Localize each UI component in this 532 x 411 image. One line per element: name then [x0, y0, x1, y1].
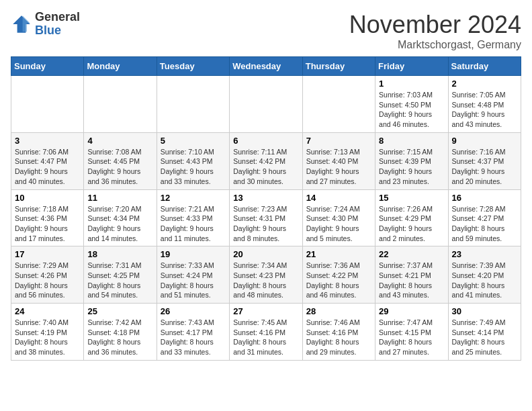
calendar-cell: 20Sunrise: 7:34 AMSunset: 4:23 PMDayligh…	[230, 246, 302, 304]
day-number: 9	[452, 136, 517, 146]
day-info: Sunrise: 7:11 AMSunset: 4:42 PMDaylight:…	[233, 147, 298, 187]
day-info: Sunrise: 7:45 AMSunset: 4:16 PMDaylight:…	[233, 318, 298, 357]
day-number: 24	[15, 306, 80, 316]
day-number: 1	[379, 79, 444, 89]
day-info: Sunrise: 7:06 AMSunset: 4:47 PMDaylight:…	[15, 147, 80, 187]
day-info: Sunrise: 7:34 AMSunset: 4:23 PMDaylight:…	[233, 261, 298, 300]
logo: General Blue	[11, 11, 80, 38]
weekday-header: Monday	[84, 57, 157, 76]
calendar-cell: 8Sunrise: 7:15 AMSunset: 4:39 PMDaylight…	[375, 132, 448, 189]
day-number: 14	[306, 193, 371, 203]
calendar-cell: 6Sunrise: 7:11 AMSunset: 4:42 PMDaylight…	[230, 132, 302, 189]
day-number: 30	[452, 306, 517, 316]
day-number: 27	[233, 306, 298, 316]
day-number: 18	[87, 249, 152, 259]
day-info: Sunrise: 7:42 AMSunset: 4:18 PMDaylight:…	[87, 318, 152, 357]
calendar-cell	[157, 76, 229, 133]
day-info: Sunrise: 7:05 AMSunset: 4:48 PMDaylight:…	[452, 90, 517, 130]
day-number: 11	[87, 193, 152, 203]
calendar-cell: 30Sunrise: 7:49 AMSunset: 4:14 PMDayligh…	[448, 304, 521, 361]
day-info: Sunrise: 7:10 AMSunset: 4:43 PMDaylight:…	[161, 147, 226, 187]
day-info: Sunrise: 7:26 AMSunset: 4:29 PMDaylight:…	[379, 204, 444, 244]
day-number: 10	[15, 193, 80, 203]
calendar-cell: 9Sunrise: 7:16 AMSunset: 4:37 PMDaylight…	[448, 132, 521, 189]
day-number: 3	[15, 136, 80, 146]
month-title: November 2024	[349, 11, 521, 39]
day-number: 17	[15, 249, 80, 259]
day-info: Sunrise: 7:29 AMSunset: 4:26 PMDaylight:…	[15, 261, 80, 300]
day-info: Sunrise: 7:43 AMSunset: 4:17 PMDaylight:…	[161, 318, 226, 357]
calendar-week-row: 3Sunrise: 7:06 AMSunset: 4:47 PMDaylight…	[11, 132, 521, 189]
calendar-cell: 12Sunrise: 7:21 AMSunset: 4:33 PMDayligh…	[157, 189, 229, 246]
day-number: 12	[161, 193, 226, 203]
day-number: 8	[379, 136, 444, 146]
calendar-week-row: 10Sunrise: 7:18 AMSunset: 4:36 PMDayligh…	[11, 189, 521, 246]
logo-icon	[11, 13, 32, 35]
calendar-cell: 7Sunrise: 7:13 AMSunset: 4:40 PMDaylight…	[302, 132, 375, 189]
calendar-cell: 27Sunrise: 7:45 AMSunset: 4:16 PMDayligh…	[230, 304, 302, 361]
day-info: Sunrise: 7:31 AMSunset: 4:25 PMDaylight:…	[87, 261, 152, 300]
day-info: Sunrise: 7:40 AMSunset: 4:19 PMDaylight:…	[15, 318, 80, 357]
day-info: Sunrise: 7:46 AMSunset: 4:16 PMDaylight:…	[306, 318, 371, 357]
day-number: 23	[452, 249, 517, 259]
day-info: Sunrise: 7:47 AMSunset: 4:15 PMDaylight:…	[379, 318, 444, 357]
calendar-cell: 5Sunrise: 7:10 AMSunset: 4:43 PMDaylight…	[157, 132, 229, 189]
title-block: November 2024 Marktschorgast, Germany	[349, 11, 521, 51]
weekday-header: Saturday	[448, 57, 521, 76]
calendar-cell: 10Sunrise: 7:18 AMSunset: 4:36 PMDayligh…	[11, 189, 84, 246]
day-info: Sunrise: 7:28 AMSunset: 4:27 PMDaylight:…	[452, 204, 517, 244]
weekday-header: Wednesday	[230, 57, 302, 76]
day-number: 20	[233, 249, 298, 259]
calendar-cell: 21Sunrise: 7:36 AMSunset: 4:22 PMDayligh…	[302, 246, 375, 304]
calendar-week-row: 24Sunrise: 7:40 AMSunset: 4:19 PMDayligh…	[11, 304, 521, 361]
day-number: 5	[161, 136, 226, 146]
day-info: Sunrise: 7:18 AMSunset: 4:36 PMDaylight:…	[15, 204, 80, 244]
weekday-header: Friday	[375, 57, 448, 76]
day-number: 2	[452, 79, 517, 89]
calendar-cell: 11Sunrise: 7:20 AMSunset: 4:34 PMDayligh…	[84, 189, 157, 246]
calendar-cell: 2Sunrise: 7:05 AMSunset: 4:48 PMDaylight…	[448, 76, 521, 133]
calendar-cell: 15Sunrise: 7:26 AMSunset: 4:29 PMDayligh…	[375, 189, 448, 246]
calendar-cell	[230, 76, 302, 133]
calendar-cell: 13Sunrise: 7:23 AMSunset: 4:31 PMDayligh…	[230, 189, 302, 246]
day-info: Sunrise: 7:21 AMSunset: 4:33 PMDaylight:…	[161, 204, 226, 244]
calendar-cell: 14Sunrise: 7:24 AMSunset: 4:30 PMDayligh…	[302, 189, 375, 246]
calendar-table: SundayMondayTuesdayWednesdayThursdayFrid…	[11, 56, 521, 361]
day-number: 15	[379, 193, 444, 203]
calendar-cell: 17Sunrise: 7:29 AMSunset: 4:26 PMDayligh…	[11, 246, 84, 304]
day-number: 6	[233, 136, 298, 146]
day-info: Sunrise: 7:24 AMSunset: 4:30 PMDaylight:…	[306, 204, 371, 244]
day-info: Sunrise: 7:36 AMSunset: 4:22 PMDaylight:…	[306, 261, 371, 300]
calendar-cell: 16Sunrise: 7:28 AMSunset: 4:27 PMDayligh…	[448, 189, 521, 246]
day-number: 22	[379, 249, 444, 259]
day-info: Sunrise: 7:37 AMSunset: 4:21 PMDaylight:…	[379, 261, 444, 300]
logo-general: General	[35, 11, 80, 24]
calendar-cell: 3Sunrise: 7:06 AMSunset: 4:47 PMDaylight…	[11, 132, 84, 189]
calendar-cell: 28Sunrise: 7:46 AMSunset: 4:16 PMDayligh…	[302, 304, 375, 361]
location-title: Marktschorgast, Germany	[349, 39, 521, 51]
day-number: 16	[452, 193, 517, 203]
calendar-week-row: 17Sunrise: 7:29 AMSunset: 4:26 PMDayligh…	[11, 246, 521, 304]
day-number: 28	[306, 306, 371, 316]
logo-text: General Blue	[35, 11, 80, 38]
day-info: Sunrise: 7:20 AMSunset: 4:34 PMDaylight:…	[87, 204, 152, 244]
day-info: Sunrise: 7:49 AMSunset: 4:14 PMDaylight:…	[452, 318, 517, 357]
header: General Blue November 2024 Marktschorgas…	[11, 11, 521, 51]
weekday-header: Thursday	[302, 57, 375, 76]
weekday-header-row: SundayMondayTuesdayWednesdayThursdayFrid…	[11, 57, 521, 76]
day-number: 29	[379, 306, 444, 316]
calendar-cell: 24Sunrise: 7:40 AMSunset: 4:19 PMDayligh…	[11, 304, 84, 361]
calendar-cell	[84, 76, 157, 133]
day-info: Sunrise: 7:16 AMSunset: 4:37 PMDaylight:…	[452, 147, 517, 187]
day-info: Sunrise: 7:15 AMSunset: 4:39 PMDaylight:…	[379, 147, 444, 187]
weekday-header: Tuesday	[157, 57, 229, 76]
day-info: Sunrise: 7:39 AMSunset: 4:20 PMDaylight:…	[452, 261, 517, 300]
day-info: Sunrise: 7:13 AMSunset: 4:40 PMDaylight:…	[306, 147, 371, 187]
day-number: 4	[87, 136, 152, 146]
calendar-cell: 26Sunrise: 7:43 AMSunset: 4:17 PMDayligh…	[157, 304, 229, 361]
calendar-week-row: 1Sunrise: 7:03 AMSunset: 4:50 PMDaylight…	[11, 76, 521, 133]
day-number: 19	[161, 249, 226, 259]
day-number: 26	[161, 306, 226, 316]
day-info: Sunrise: 7:33 AMSunset: 4:24 PMDaylight:…	[161, 261, 226, 300]
calendar-cell	[302, 76, 375, 133]
